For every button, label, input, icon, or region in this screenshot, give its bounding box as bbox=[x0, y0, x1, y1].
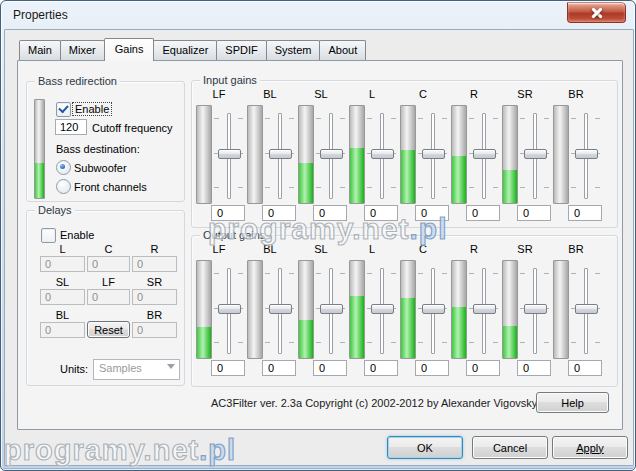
gain-slider[interactable] bbox=[315, 109, 346, 201]
delay-channel-label: BR bbox=[132, 309, 177, 322]
slider-thumb[interactable] bbox=[524, 304, 547, 314]
slider-thumb[interactable] bbox=[320, 304, 343, 314]
level-meter bbox=[298, 105, 314, 204]
level-meter-fill bbox=[197, 327, 211, 358]
level-meter bbox=[349, 260, 365, 359]
gain-slider[interactable] bbox=[366, 264, 397, 356]
slider-thumb[interactable] bbox=[575, 149, 598, 159]
delay-channel-label: SL bbox=[40, 276, 85, 289]
ok-button[interactable]: OK bbox=[387, 436, 463, 459]
slider-tick bbox=[214, 118, 219, 119]
radio-front-channels-label[interactable]: Front channels bbox=[74, 181, 147, 193]
close-button[interactable] bbox=[567, 2, 626, 23]
gain-slider[interactable] bbox=[264, 109, 295, 201]
slider-tick bbox=[316, 187, 321, 188]
channel-label: BR bbox=[559, 88, 593, 100]
tab-label: System bbox=[275, 44, 312, 56]
gain-value-input[interactable]: 0 bbox=[517, 360, 551, 376]
slider-thumb[interactable] bbox=[422, 149, 445, 159]
channel-label: L bbox=[355, 88, 389, 100]
tab-mixer[interactable]: Mixer bbox=[60, 40, 105, 60]
delays-enable-label[interactable]: Enable bbox=[58, 229, 96, 241]
tab-about[interactable]: About bbox=[319, 40, 366, 60]
gain-slider[interactable] bbox=[468, 109, 499, 201]
gain-value-input[interactable]: 0 bbox=[364, 205, 398, 221]
level-meter-fill bbox=[503, 170, 517, 203]
slider-tick bbox=[469, 187, 474, 188]
level-meter bbox=[400, 105, 416, 204]
tab-equalizer[interactable]: Equalizer bbox=[153, 40, 217, 60]
tab-gains[interactable]: Gains bbox=[104, 38, 155, 61]
tab-main[interactable]: Main bbox=[19, 40, 61, 60]
gain-value-input[interactable]: 0 bbox=[415, 360, 449, 376]
units-dropdown: Samples bbox=[93, 359, 180, 380]
slider-thumb[interactable] bbox=[422, 304, 445, 314]
gain-slider[interactable] bbox=[417, 109, 448, 201]
delay-channel-label: R bbox=[132, 243, 177, 256]
tab-spdif[interactable]: SPDIF bbox=[216, 40, 266, 60]
gain-slider[interactable] bbox=[264, 264, 295, 356]
gain-slider[interactable] bbox=[315, 264, 346, 356]
slider-thumb[interactable] bbox=[269, 149, 292, 159]
bass-enable-checkbox[interactable] bbox=[56, 102, 71, 117]
gain-value-input[interactable]: 0 bbox=[262, 360, 296, 376]
tab-label: About bbox=[328, 44, 357, 56]
channel-label: L bbox=[355, 243, 389, 255]
tab-system[interactable]: System bbox=[266, 40, 321, 60]
reset-button[interactable]: Reset bbox=[87, 321, 130, 338]
gain-value-input[interactable]: 0 bbox=[211, 360, 245, 376]
slider-thumb[interactable] bbox=[473, 149, 496, 159]
channel-label: LF bbox=[202, 88, 236, 100]
tab-label: Equalizer bbox=[162, 44, 208, 56]
help-button[interactable]: Help bbox=[536, 392, 609, 413]
slider-thumb[interactable] bbox=[371, 149, 394, 159]
gain-value-input[interactable]: 0 bbox=[568, 205, 602, 221]
level-meter-fill bbox=[452, 156, 466, 203]
gain-value-input[interactable]: 0 bbox=[466, 360, 500, 376]
gain-slider[interactable] bbox=[519, 264, 550, 356]
gain-slider[interactable] bbox=[366, 109, 397, 201]
slider-thumb[interactable] bbox=[524, 149, 547, 159]
gain-value-input[interactable]: 0 bbox=[466, 205, 500, 221]
slider-tick bbox=[316, 342, 321, 343]
slider-thumb[interactable] bbox=[269, 304, 292, 314]
slider-thumb[interactable] bbox=[473, 304, 496, 314]
slider-thumb[interactable] bbox=[218, 304, 241, 314]
gain-value-input[interactable]: 0 bbox=[364, 360, 398, 376]
level-meter bbox=[196, 105, 212, 204]
gain-value-input[interactable]: 0 bbox=[262, 205, 296, 221]
radio-subwoofer-label[interactable]: Subwoofer bbox=[74, 162, 127, 174]
slider-thumb[interactable] bbox=[575, 304, 598, 314]
slider-tick bbox=[418, 342, 423, 343]
slider-thumb[interactable] bbox=[320, 149, 343, 159]
gain-value-input[interactable]: 0 bbox=[568, 360, 602, 376]
slider-tick bbox=[367, 342, 372, 343]
gain-value-input[interactable]: 0 bbox=[313, 360, 347, 376]
gain-value-input[interactable]: 0 bbox=[313, 205, 347, 221]
radio-subwoofer[interactable] bbox=[56, 160, 71, 175]
gain-slider[interactable] bbox=[519, 109, 550, 201]
delay-cell: BR0 bbox=[132, 309, 177, 338]
bass-enable-label[interactable]: Enable bbox=[73, 103, 111, 115]
gain-slider[interactable] bbox=[468, 264, 499, 356]
cancel-button[interactable]: Cancel bbox=[472, 436, 548, 459]
gain-slider[interactable] bbox=[213, 109, 244, 201]
level-meter-fill bbox=[401, 298, 415, 358]
gain-value-input[interactable]: 0 bbox=[415, 205, 449, 221]
gain-slider[interactable] bbox=[570, 109, 601, 201]
apply-button[interactable]: Apply bbox=[552, 436, 628, 459]
delays-enable-checkbox[interactable] bbox=[41, 228, 56, 243]
delay-channel-label: L bbox=[40, 243, 85, 256]
gain-slider[interactable] bbox=[570, 264, 601, 356]
gain-value-input[interactable]: 0 bbox=[517, 205, 551, 221]
gain-slider[interactable] bbox=[213, 264, 244, 356]
bass-level-meter bbox=[34, 99, 45, 199]
delay-value-input: 0 bbox=[87, 256, 130, 272]
gain-slider[interactable] bbox=[417, 264, 448, 356]
gain-value-input[interactable]: 0 bbox=[211, 205, 245, 221]
cutoff-frequency-input[interactable]: 120 bbox=[55, 119, 87, 135]
slider-thumb[interactable] bbox=[218, 149, 241, 159]
slider-tick bbox=[367, 273, 372, 274]
slider-thumb[interactable] bbox=[371, 304, 394, 314]
radio-front-channels[interactable] bbox=[56, 179, 71, 194]
